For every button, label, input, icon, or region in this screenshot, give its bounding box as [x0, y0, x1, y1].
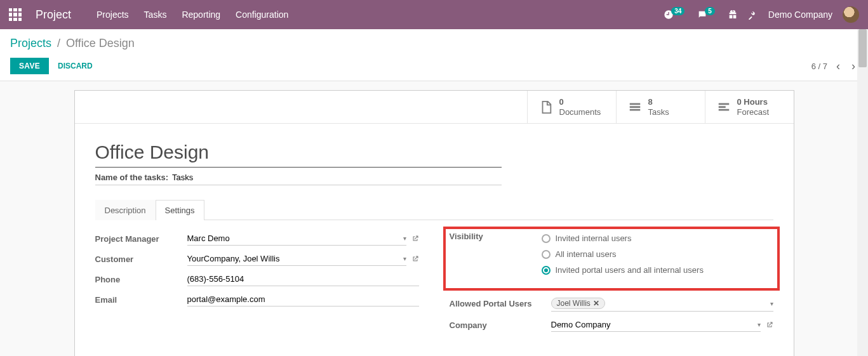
- breadcrumb-current: Office Design: [66, 37, 135, 49]
- customer-input[interactable]: [187, 254, 399, 263]
- project-name-input[interactable]: [95, 139, 502, 168]
- control-bar: Projects / Office Design SAVE DISCARD 6 …: [0, 29, 868, 81]
- dropdown-caret[interactable]: ▾: [403, 255, 406, 262]
- pager-prev[interactable]: ‹: [834, 58, 843, 74]
- pager-next[interactable]: ›: [849, 58, 858, 74]
- visibility-option-1[interactable]: All internal users: [542, 249, 704, 259]
- nav-right: 34 5 Demo Company: [664, 6, 859, 23]
- forecast-icon: [717, 100, 731, 114]
- stat-row: 0Documents 8Tasks 0 HoursForecast: [75, 91, 794, 124]
- vertical-scrollbar[interactable]: ▲: [857, 29, 868, 356]
- gift-icon[interactable]: [728, 10, 738, 20]
- tag-remove-icon[interactable]: ✕: [593, 299, 599, 308]
- visibility-option-2[interactable]: Invited portal users and all internal us…: [542, 265, 704, 275]
- nav-links: Projects Tasks Reporting Configuration: [97, 10, 288, 20]
- field-project-manager: Project Manager ▾: [95, 232, 419, 246]
- discard-button[interactable]: DISCARD: [58, 62, 93, 70]
- nav-link-tasks[interactable]: Tasks: [144, 10, 167, 20]
- field-visibility: Visibility Invited internal users All in…: [450, 232, 773, 277]
- company-switcher[interactable]: Demo Company: [768, 10, 832, 20]
- stat-tasks[interactable]: 8Tasks: [616, 91, 705, 123]
- breadcrumb-separator: /: [57, 37, 60, 49]
- settings-left-col: Project Manager ▾ Customer ▾ Phone Email: [95, 232, 419, 338]
- top-navbar: Project Projects Tasks Reporting Configu…: [0, 0, 868, 29]
- tab-settings[interactable]: Settings: [156, 200, 204, 220]
- tasks-name-input[interactable]: [172, 173, 501, 182]
- visibility-option-0[interactable]: Invited internal users: [542, 234, 704, 243]
- action-row: SAVE DISCARD 6 / 7 ‹ ›: [10, 58, 858, 74]
- radio-icon: [542, 250, 551, 259]
- document-icon: [539, 100, 553, 114]
- app-brand[interactable]: Project: [36, 8, 71, 22]
- scrollbar-thumb[interactable]: [858, 29, 867, 67]
- visibility-highlight: Visibility Invited internal users All in…: [443, 227, 780, 291]
- tabs: Description Settings: [95, 199, 773, 220]
- email-input[interactable]: [187, 294, 419, 304]
- tasks-icon: [628, 100, 642, 114]
- external-link-icon[interactable]: [411, 255, 419, 263]
- tab-settings-content: Project Manager ▾ Customer ▾ Phone Email: [95, 220, 773, 338]
- messages-button[interactable]: 5: [697, 10, 718, 20]
- tools-icon[interactable]: [748, 10, 758, 20]
- breadcrumb: Projects / Office Design: [10, 37, 858, 50]
- company-input[interactable]: [551, 320, 754, 329]
- external-link-icon[interactable]: [766, 321, 773, 329]
- pager-text: 6 / 7: [811, 62, 827, 71]
- nav-link-configuration[interactable]: Configuration: [236, 10, 288, 20]
- field-email: Email: [95, 293, 419, 307]
- radio-icon: [542, 234, 551, 243]
- nav-link-reporting[interactable]: Reporting: [182, 10, 220, 20]
- project-manager-input[interactable]: [187, 234, 399, 243]
- stat-forecast[interactable]: 0 HoursForecast: [705, 91, 794, 123]
- messages-badge: 5: [705, 7, 715, 15]
- portal-user-tag[interactable]: Joel Willis✕: [551, 298, 605, 309]
- radio-icon: [542, 266, 551, 275]
- external-link-icon[interactable]: [411, 235, 419, 242]
- tasks-name-label: Name of the tasks:: [95, 173, 169, 182]
- phone-input[interactable]: [187, 274, 419, 284]
- activities-button[interactable]: 34: [664, 10, 687, 20]
- nav-link-projects[interactable]: Projects: [97, 10, 129, 20]
- apps-icon[interactable]: [9, 8, 22, 21]
- visibility-radio-group: Invited internal users All internal user…: [542, 234, 704, 275]
- pager: 6 / 7 ‹ ›: [811, 58, 858, 74]
- field-customer: Customer ▾: [95, 252, 419, 266]
- save-button[interactable]: SAVE: [10, 58, 49, 74]
- breadcrumb-root[interactable]: Projects: [10, 37, 51, 49]
- dropdown-caret[interactable]: ▾: [770, 300, 773, 307]
- field-phone: Phone: [95, 272, 419, 286]
- tasks-name-row: Name of the tasks:: [95, 173, 502, 185]
- field-company: Company ▾: [450, 318, 773, 332]
- form-sheet: 0Documents 8Tasks 0 HoursForecast Name o…: [74, 90, 794, 356]
- tab-description[interactable]: Description: [95, 200, 156, 220]
- settings-right-col: Visibility Invited internal users All in…: [450, 232, 773, 338]
- field-allowed-portal-users: Allowed Portal Users Joel Willis✕ ▾: [450, 296, 773, 312]
- activities-badge: 34: [671, 7, 684, 15]
- stat-documents[interactable]: 0Documents: [527, 91, 616, 123]
- dropdown-caret[interactable]: ▾: [403, 235, 406, 242]
- user-avatar[interactable]: [843, 6, 859, 23]
- dropdown-caret[interactable]: ▾: [758, 321, 761, 328]
